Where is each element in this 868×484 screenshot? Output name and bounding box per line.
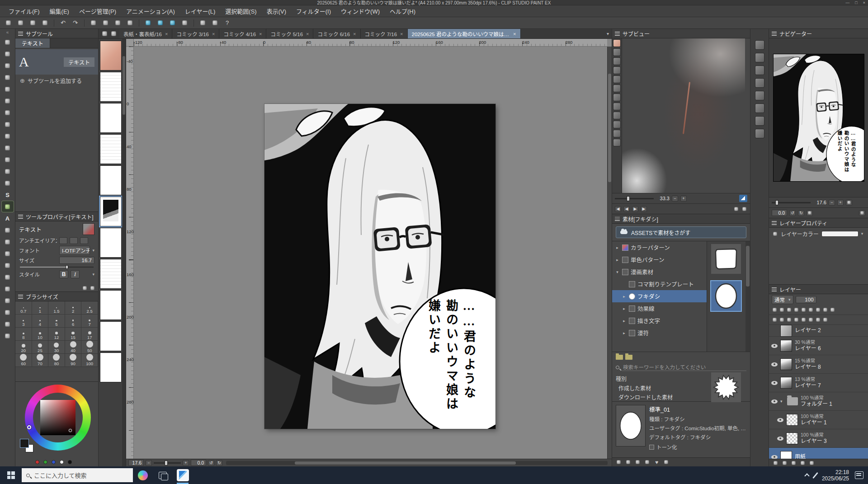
rotation-value[interactable]: 0.0 [191,460,206,466]
canvas-icon[interactable] [3,19,14,28]
subview-image-icon[interactable] [613,49,620,56]
dock-palette-icon[interactable] [755,41,764,49]
layer-visibility-eye-icon[interactable] [771,455,778,459]
tab-close-icon[interactable]: × [353,31,356,37]
last-image-button[interactable]: ▶ [641,206,647,212]
close-button[interactable]: × [863,0,865,5]
material-tree-balloon[interactable]: ▸フキダシ [612,290,707,302]
antialias-option-button[interactable] [70,237,78,244]
subview-reference-image[interactable] [622,38,745,193]
tool-tone[interactable] [2,295,14,306]
brush-size-20[interactable]: 20 [15,341,32,354]
tool-ruler[interactable] [2,260,14,271]
subview-zoom-value[interactable]: 33.3 [656,196,670,201]
brush-size-80[interactable]: 80 [48,354,65,367]
guide-icon[interactable] [179,19,190,28]
chevron-down-icon[interactable]: ▾ [92,272,94,277]
tool-balloon[interactable] [2,201,14,212]
tool-frame[interactable] [2,248,14,259]
clear-image-icon[interactable] [741,206,747,211]
clear-icon[interactable] [88,19,99,28]
material-search-input[interactable] [622,364,746,371]
tool-gradient[interactable] [2,272,14,282]
brush-size-17[interactable]: 17 [81,328,98,341]
brush-size-50[interactable]: 50 [81,341,98,354]
brush-size-0.7[interactable]: 0.7 [15,301,32,315]
layer-row-5[interactable]: 100 %通常レイヤー 1 [769,411,868,429]
layer-row-0[interactable]: レイヤー 2 [769,325,868,337]
folder-expand-icon[interactable]: ▾ [780,399,784,404]
page-thumb-9[interactable] [100,322,121,351]
antialias-option-button[interactable] [59,237,67,244]
paste-material-alt-icon[interactable] [625,460,631,465]
open-icon[interactable] [27,19,38,28]
layer-command-icon[interactable] [793,317,799,323]
material-scrollbar[interactable] [745,241,750,352]
folder-icon[interactable] [616,355,623,360]
tool-text[interactable]: A [2,213,14,224]
tool-eyedropper[interactable] [2,319,14,329]
delete-material-icon[interactable] [663,460,669,465]
tray-overflow-chevron-icon[interactable] [804,473,809,478]
material-tree-frame-template[interactable]: コマ割りテンプレート [612,278,707,290]
brush-size-5[interactable]: 5 [48,315,65,328]
brush-size-15[interactable]: 15 [65,328,82,341]
collapse-dock-icon[interactable]: « [6,29,9,36]
page-thumb-5[interactable] [100,197,121,226]
menu-window[interactable]: ウィンドウ(W) [336,5,385,17]
rotate-icon[interactable] [124,19,136,28]
subview-image-icon[interactable] [613,103,620,110]
page-manager-icon[interactable] [100,30,108,38]
new-icon[interactable] [15,19,26,28]
brush-size-100[interactable]: 100 [81,354,98,367]
subview-image-icon[interactable] [613,130,620,137]
next-image-button[interactable]: ▶ [632,206,638,212]
sv-marker[interactable] [69,429,72,432]
rotate-cw-button[interactable]: ↻ [216,460,222,466]
panel-menu-icon[interactable] [772,221,777,225]
material-tree-mono-pattern[interactable]: ▸単色パターン [612,254,707,266]
dock-palette-icon[interactable] [755,129,764,138]
layer-visibility-eye-icon[interactable] [771,362,778,367]
menu-file[interactable]: ファイル(F) [4,5,45,17]
font-select[interactable]: I-OTFアンチックStd [59,246,90,255]
speech-bubble-text[interactable]: ……君のような 勘のいいウマ娘は 嫌いだよ [425,299,477,427]
navigator-rotate-cw-button[interactable]: ↻ [798,210,804,216]
navigator-zoom-slider[interactable] [772,202,811,203]
navigator-zoom-in-button[interactable]: + [837,200,844,206]
tree-expand-icon[interactable]: ▸ [615,258,620,262]
zoom-slider[interactable] [154,462,181,464]
brush-size-25[interactable]: 25 [32,341,49,354]
subview-image-icon[interactable] [613,76,620,83]
brush-size-6[interactable]: 6 [65,315,82,328]
dock-palette-icon[interactable] [755,79,764,87]
brush-size-7[interactable]: 7 [81,315,98,328]
tab-close-icon[interactable]: × [306,31,309,37]
layer-command-icon[interactable] [772,307,778,313]
blend-mode-select[interactable]: 通常 ▾ [772,295,793,304]
tab-close-icon[interactable]: × [165,31,168,37]
doc-tab-6[interactable]: 20250625 君のような勘のいいウマ娘は嫌いだよ*× [408,29,521,38]
layer-command-icon[interactable] [786,317,792,323]
layer-command-icon[interactable] [779,317,785,323]
brush-size-3[interactable]: 3 [15,315,32,328]
color-dot[interactable] [68,460,72,464]
subview-image-icon[interactable] [613,67,620,74]
layer-footer-icon[interactable] [791,460,797,465]
layer-command-icon[interactable] [808,307,814,313]
paste-material-icon[interactable] [616,460,622,465]
layer-command-icon[interactable] [822,317,828,323]
tool-operate[interactable] [2,330,14,341]
menu-edit[interactable]: 編集(E) [45,5,74,17]
favorite-heart-icon[interactable]: ♥ [654,460,660,465]
panel-menu-icon[interactable] [18,215,23,219]
brush-size-30[interactable]: 30 [48,341,65,354]
redo-icon[interactable]: ↷ [70,19,81,28]
snap-ruler-icon[interactable] [142,19,154,28]
layer-footer-icon[interactable] [809,460,815,465]
layer-command-icon[interactable] [801,307,807,313]
layer-row-2[interactable]: 15 %通常レイヤー 8 [769,355,868,374]
snap-grid-icon[interactable] [167,19,178,28]
tool-eraser[interactable] [2,166,14,177]
material-thumb-rounded-balloon[interactable] [711,244,741,274]
